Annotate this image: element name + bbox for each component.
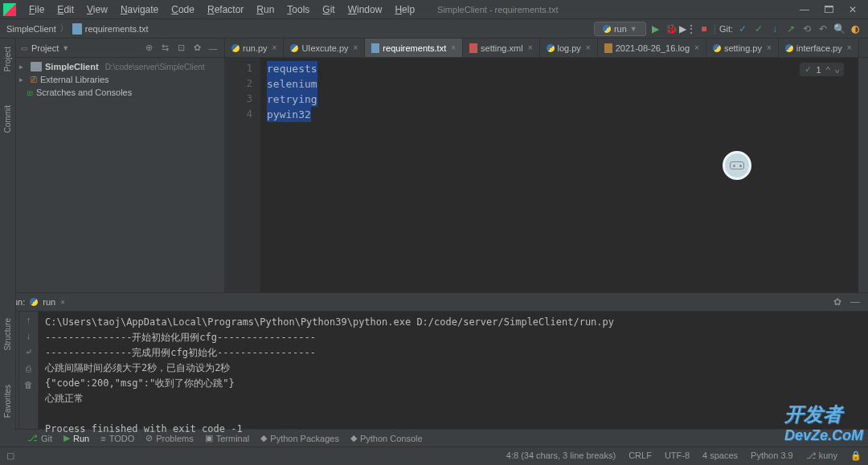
close-icon[interactable]: × [767, 43, 772, 52]
menu-view[interactable]: View [80, 2, 114, 17]
breadcrumb-file[interactable]: requirements.txt [85, 24, 149, 34]
python-icon [713, 44, 721, 52]
status-indent[interactable]: 4 spaces [702, 451, 738, 460]
trash-icon[interactable]: 🗑 [24, 380, 33, 390]
tool-git[interactable]: ⎇Git [27, 433, 52, 443]
file-icon [72, 23, 82, 35]
print-icon[interactable]: ⎙ [26, 364, 31, 373]
tab-interface-py[interactable]: interface.py× [779, 39, 859, 58]
git-update-icon[interactable]: ↓ [768, 22, 781, 35]
tab-run-py[interactable]: run.py× [225, 39, 284, 58]
status-python[interactable]: Python 3.9 [751, 451, 793, 460]
status-lock-icon[interactable]: 🔒 [850, 451, 862, 461]
menu-file[interactable]: File [23, 2, 51, 17]
editor-scrollbar[interactable] [858, 58, 868, 292]
project-panel-header: ▭ Project ▼ ⊕ ⇆ ⊡ ✿ — [16, 39, 224, 58]
status-encoding[interactable]: UTF-8 [665, 451, 690, 460]
editor-area: run.py× UIexcute.py× requirements.txt× s… [225, 39, 868, 292]
ide-help-icon[interactable]: ◐ [849, 22, 862, 35]
tool-terminal[interactable]: ▣Terminal [205, 433, 250, 443]
close-icon[interactable]: × [60, 298, 65, 307]
minimize-button[interactable]: — [792, 1, 817, 18]
collapse-all-icon[interactable]: ⇆ [158, 42, 171, 55]
menu-help[interactable]: Help [388, 2, 421, 17]
menu-tools[interactable]: Tools [280, 2, 316, 17]
caret-down-icon: ^ [835, 65, 839, 75]
menu-code[interactable]: Code [165, 2, 201, 17]
git-pull-icon[interactable]: ✓ [736, 22, 749, 35]
gear-icon[interactable]: ✿ [831, 296, 844, 308]
rail-favorites[interactable]: Favorites [3, 380, 12, 422]
inspection-widget[interactable]: ✓ 1 ^ ^ [800, 63, 844, 76]
menu-window[interactable]: Window [342, 2, 389, 17]
down-icon[interactable]: ↓ [27, 331, 31, 341]
editor-body[interactable]: 1234 requests selenium retrying pywin32 … [225, 58, 868, 292]
run-config-selector[interactable]: run ▼ [594, 22, 646, 36]
left-tool-rail: Project Commit [0, 39, 16, 292]
close-icon[interactable]: × [586, 43, 591, 52]
chevron-right-icon[interactable]: ▸ [19, 75, 27, 84]
status-branch[interactable]: ⎇ kuny [806, 451, 837, 461]
run-tab[interactable]: run [43, 297, 55, 307]
tree-external-libs[interactable]: ▸ ⎚ External Libraries [16, 72, 224, 86]
close-button[interactable]: ✕ [841, 1, 865, 18]
rail-structure[interactable]: Structure [3, 313, 12, 356]
undo-icon[interactable]: ↶ [817, 22, 829, 35]
git-push-icon[interactable]: ↗ [784, 22, 797, 35]
tab-log-py[interactable]: log.py× [540, 39, 598, 58]
git-history-icon[interactable]: ⟲ [800, 22, 813, 35]
chevron-right-icon[interactable]: ▸ [19, 63, 27, 71]
close-icon[interactable]: × [451, 43, 456, 52]
tool-run[interactable]: ▶Run [63, 433, 89, 443]
close-icon[interactable]: × [272, 43, 277, 52]
maximize-button[interactable]: 🗖 [817, 1, 841, 18]
close-icon[interactable]: × [847, 43, 852, 52]
coverage-button[interactable]: ▶⋮ [682, 22, 694, 35]
code-content[interactable]: requests selenium retrying pywin32 [260, 58, 858, 292]
tab-requirements-txt[interactable]: requirements.txt× [365, 39, 463, 58]
menu-edit[interactable]: Edit [51, 2, 80, 17]
tool-problems[interactable]: ⊘Problems [145, 433, 193, 443]
tab-log-file[interactable]: 2021-08-26_16.log× [598, 39, 706, 58]
hide-panel-icon[interactable]: — [849, 296, 862, 308]
project-view-selector[interactable]: Project [31, 43, 59, 53]
tab-setting-py[interactable]: setting.py× [706, 39, 779, 58]
run-button[interactable]: ▶ [649, 22, 662, 35]
python-icon [603, 25, 611, 33]
tool-todo[interactable]: ≡TODO [100, 434, 134, 443]
git-commit-icon[interactable]: ✓ [752, 22, 765, 35]
hide-panel-icon[interactable]: — [207, 42, 219, 55]
run-output[interactable]: C:\Users\taoj\AppData\Local\Programs\Pyt… [39, 312, 868, 429]
tree-root[interactable]: ▸ SimpleClient D:\code\server\SimpleClie… [16, 61, 224, 72]
status-position[interactable]: 4:8 (34 chars, 3 line breaks) [506, 451, 616, 460]
assistant-mascot[interactable] [723, 151, 751, 180]
rail-project[interactable]: Project [3, 42, 12, 76]
expand-all-icon[interactable]: ⊕ [142, 42, 155, 55]
select-opened-icon[interactable]: ⊡ [174, 42, 187, 55]
up-icon[interactable]: ↑ [27, 315, 31, 324]
tool-pyconsole[interactable]: ◆Python Console [350, 433, 423, 443]
tab-uiexcute-py[interactable]: UIexcute.py× [284, 39, 365, 58]
status-line-ending[interactable]: CRLF [628, 451, 652, 460]
breadcrumb-root[interactable]: SimpleClient [6, 24, 56, 34]
wrap-icon[interactable]: ⤶ [25, 347, 32, 357]
close-icon[interactable]: × [528, 43, 533, 52]
tab-setting-xml[interactable]: setting.xml× [463, 39, 539, 58]
tool-pypkg[interactable]: ◆Python Packages [260, 433, 339, 443]
stop-button[interactable]: ■ [698, 22, 710, 35]
status-square-icon[interactable]: ▢ [6, 451, 14, 461]
code-line: selenium [267, 76, 317, 92]
editor-gutter: 1234 [225, 58, 260, 292]
lib-icon: ⎚ [31, 73, 37, 85]
gear-icon[interactable]: ✿ [190, 42, 203, 55]
search-icon[interactable]: 🔍 [833, 22, 845, 35]
menu-run[interactable]: Run [250, 2, 280, 17]
rail-commit[interactable]: Commit [3, 100, 12, 137]
menu-navigate[interactable]: Navigate [114, 2, 165, 17]
close-icon[interactable]: × [694, 43, 699, 52]
menu-refactor[interactable]: Refactor [201, 2, 250, 17]
debug-button[interactable]: 🐞 [665, 22, 678, 35]
tree-scratches[interactable]: ⎄ Scratches and Consoles [16, 86, 224, 99]
close-icon[interactable]: × [354, 43, 358, 52]
menu-git[interactable]: Git [316, 2, 341, 17]
